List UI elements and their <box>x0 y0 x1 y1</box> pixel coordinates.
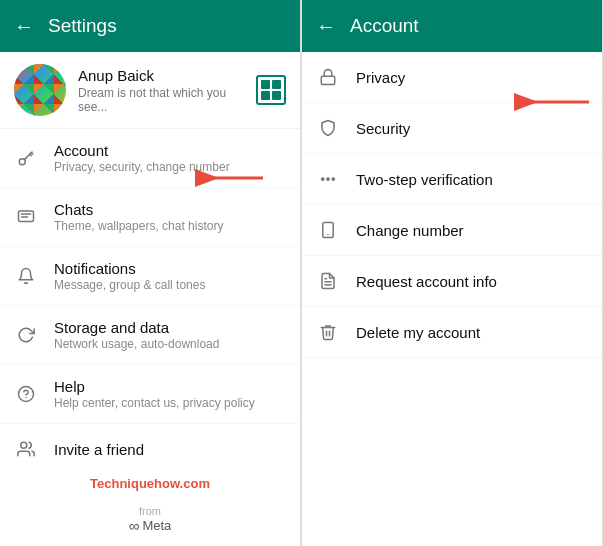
phone-icon <box>316 218 340 242</box>
key-icon <box>14 146 38 170</box>
help-text: Help Help center, contact us, privacy po… <box>54 378 286 410</box>
twostep-label: Two-step verification <box>356 171 588 188</box>
help-icon <box>14 382 38 406</box>
right-header: ← Account <box>302 0 602 52</box>
menu-item-storage[interactable]: Storage and data Network usage, auto-dow… <box>0 306 300 365</box>
svg-point-10 <box>322 178 324 180</box>
watermark-text: Techniquehow.com <box>0 476 300 491</box>
menu-item-account[interactable]: Account Privacy, security, change number <box>0 129 300 188</box>
chats-text: Chats Theme, wallpapers, chat history <box>54 201 286 233</box>
trash-icon <box>316 320 340 344</box>
meta-infinity-icon: ∞ <box>129 517 140 534</box>
svg-point-12 <box>332 178 334 180</box>
menu-item-twostep[interactable]: Two-step verification <box>302 154 602 205</box>
doc-icon <box>316 269 340 293</box>
invite-text: Invite a friend <box>54 441 286 458</box>
deleteaccount-text: Delete my account <box>356 324 588 341</box>
svg-point-11 <box>327 178 329 180</box>
notifications-sublabel: Message, group & call tones <box>54 278 286 292</box>
lock-icon <box>316 65 340 89</box>
menu-item-invite[interactable]: Invite a friend <box>0 424 300 472</box>
left-header: ← Settings <box>0 0 300 52</box>
menu-item-requestinfo[interactable]: Request account info <box>302 256 602 307</box>
right-title: Account <box>350 15 588 37</box>
requestinfo-label: Request account info <box>356 273 588 290</box>
account-label: Account <box>54 142 286 159</box>
left-back-button[interactable]: ← <box>14 15 34 38</box>
requestinfo-text: Request account info <box>356 273 588 290</box>
people-icon <box>14 437 38 461</box>
account-text: Account Privacy, security, change number <box>54 142 286 174</box>
qr-code-button[interactable] <box>256 75 286 105</box>
refresh-icon <box>14 323 38 347</box>
profile-name: Anup Baick <box>78 67 244 84</box>
bell-icon <box>14 264 38 288</box>
profile-info: Anup Baick Dream is not that which you s… <box>78 67 244 114</box>
invite-label: Invite a friend <box>54 441 286 458</box>
chats-label: Chats <box>54 201 286 218</box>
footer-from: from <box>12 505 288 517</box>
menu-item-help[interactable]: Help Help center, contact us, privacy po… <box>0 365 300 424</box>
left-menu-list: Account Privacy, security, change number… <box>0 129 300 472</box>
menu-item-privacy[interactable]: Privacy <box>302 52 602 103</box>
help-sublabel: Help center, contact us, privacy policy <box>54 396 286 410</box>
svg-point-6 <box>21 442 27 448</box>
footer-meta: ∞ Meta <box>12 517 288 534</box>
footer: from ∞ Meta <box>0 493 300 546</box>
menu-item-chats[interactable]: Chats Theme, wallpapers, chat history <box>0 188 300 247</box>
right-back-button[interactable]: ← <box>316 15 336 38</box>
profile-section[interactable]: Anup Baick Dream is not that which you s… <box>0 52 300 129</box>
security-label: Security <box>356 120 588 137</box>
chats-sublabel: Theme, wallpapers, chat history <box>54 219 286 233</box>
changenumber-text: Change number <box>356 222 588 239</box>
left-panel: ← Settings Anup Baick Dream is not that … <box>0 0 301 546</box>
menu-item-security[interactable]: Security <box>302 103 602 154</box>
shield-icon <box>316 116 340 140</box>
privacy-label: Privacy <box>356 69 588 86</box>
deleteaccount-label: Delete my account <box>356 324 588 341</box>
changenumber-label: Change number <box>356 222 588 239</box>
notifications-text: Notifications Message, group & call tone… <box>54 260 286 292</box>
left-title: Settings <box>48 15 286 37</box>
notifications-label: Notifications <box>54 260 286 277</box>
svg-rect-9 <box>321 76 335 84</box>
profile-status: Dream is not that which you see... <box>78 86 244 114</box>
help-label: Help <box>54 378 286 395</box>
storage-sublabel: Network usage, auto-download <box>54 337 286 351</box>
right-panel: ← Account Privacy Security <box>302 0 603 546</box>
avatar <box>14 64 66 116</box>
menu-item-changenumber[interactable]: Change number <box>302 205 602 256</box>
dots-icon <box>316 167 340 191</box>
account-sublabel: Privacy, security, change number <box>54 160 286 174</box>
chat-icon <box>14 205 38 229</box>
right-menu-list: Privacy Security <box>302 52 602 546</box>
menu-item-notifications[interactable]: Notifications Message, group & call tone… <box>0 247 300 306</box>
storage-label: Storage and data <box>54 319 286 336</box>
menu-item-deleteaccount[interactable]: Delete my account <box>302 307 602 358</box>
twostep-text: Two-step verification <box>356 171 588 188</box>
security-text: Security <box>356 120 588 137</box>
storage-text: Storage and data Network usage, auto-dow… <box>54 319 286 351</box>
privacy-text: Privacy <box>356 69 588 86</box>
meta-label: Meta <box>142 518 171 533</box>
